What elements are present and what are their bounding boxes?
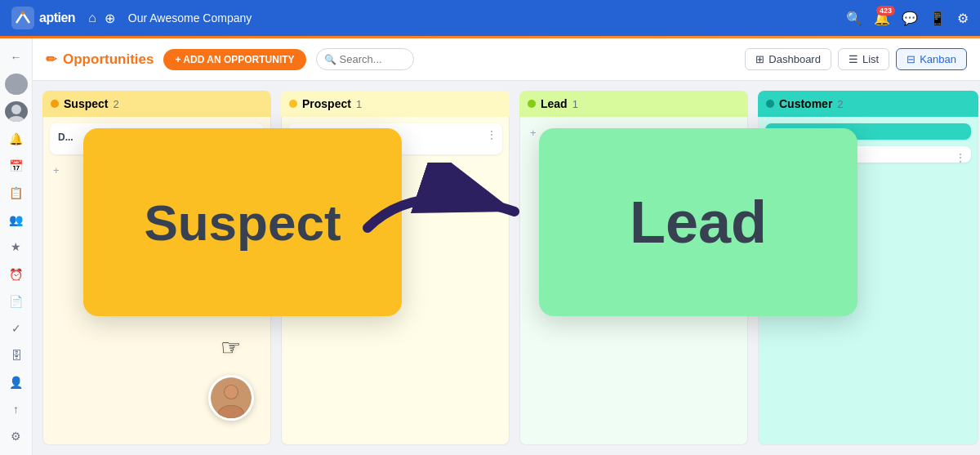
- card-menu-icon[interactable]: ⋮: [955, 151, 966, 164]
- sidebar-document-icon[interactable]: 📄: [3, 289, 29, 313]
- view-switcher: ⊞ Dashboard ☰ List ⊟ Kanban: [745, 48, 967, 70]
- pencil-icon: ✏: [46, 51, 56, 67]
- suspect-dot: [51, 100, 59, 108]
- customer-count: 2: [837, 98, 843, 110]
- kanban-board: Suspect 2 ⋮ D... + Prospect: [33, 81, 980, 455]
- dashboard-icon: ⊞: [755, 53, 764, 65]
- sidebar-bell-icon[interactable]: 🔔: [3, 127, 29, 150]
- main-content: ✏ Opportunities + ADD AN OPPORTUNITY 🔍 ⊞…: [33, 38, 980, 455]
- suspect-col-header: Suspect 2: [42, 91, 271, 117]
- kanban-label: Kanban: [920, 53, 956, 65]
- add-icon-suspect: +: [53, 164, 60, 176]
- dashboard-label: Dashboard: [768, 53, 821, 65]
- list-view-button[interactable]: ☰ List: [838, 48, 889, 70]
- suspect-overlay-box: Suspect: [83, 128, 402, 316]
- notification-badge: 423: [876, 6, 895, 16]
- page-title: ✏ Opportunities: [46, 51, 154, 68]
- top-nav: aptien ⌂ ⊕ Our Awesome Company 🔍 🔔 423 💬…: [0, 0, 980, 36]
- logo[interactable]: aptien: [11, 7, 75, 29]
- settings-icon[interactable]: ⚙: [957, 11, 969, 26]
- sidebar-star-icon[interactable]: ★: [3, 235, 29, 259]
- sidebar-clock-icon[interactable]: ⏰: [3, 262, 29, 286]
- suspect-label: Suspect: [64, 97, 108, 110]
- sidebar-clipboard-icon[interactable]: 📋: [3, 181, 29, 205]
- prospect-col-header: Prospect 1: [281, 91, 510, 117]
- cursor-icon: ☞: [220, 334, 241, 361]
- svg-point-3: [8, 88, 24, 95]
- tablet-icon[interactable]: 📱: [929, 11, 946, 26]
- suspect-count: 2: [113, 98, 118, 110]
- main-layout: ← 🔔 📅 📋 👥 ★ ⏰ 📄 ✓ 🗄 👤 ↑ ⚙ ✏ Opportunitie…: [0, 38, 980, 455]
- lead-overlay-text: Lead: [630, 189, 767, 256]
- suspect-overlay-text: Suspect: [144, 194, 341, 252]
- sidebar-avatar-1[interactable]: [5, 74, 28, 95]
- customer-col-header: Customer 2: [758, 91, 978, 117]
- sidebar-upload-icon[interactable]: ↑: [3, 398, 29, 422]
- sidebar-settings2-icon[interactable]: ⚙: [3, 425, 29, 448]
- dashboard-view-button[interactable]: ⊞ Dashboard: [745, 48, 831, 70]
- search-wrapper: 🔍: [316, 48, 414, 70]
- kanban-view-button[interactable]: ⊟ Kanban: [896, 48, 967, 70]
- svg-point-2: [11, 77, 21, 87]
- sidebar-avatar-2[interactable]: [5, 101, 28, 123]
- lead-col-header: Lead 1: [519, 91, 748, 117]
- search-icon[interactable]: 🔍: [846, 11, 862, 26]
- user-avatar-bottom: [208, 375, 254, 421]
- lead-overlay-box: Lead: [539, 128, 858, 316]
- card-menu-icon[interactable]: ⋮: [486, 128, 497, 141]
- prospect-label: Prospect: [302, 97, 351, 110]
- notifications-icon[interactable]: 🔔 423: [874, 11, 890, 26]
- add-opportunity-button[interactable]: + ADD AN OPPORTUNITY: [163, 49, 305, 70]
- svg-point-5: [8, 116, 24, 123]
- sidebar-database-icon[interactable]: 🗄: [3, 343, 29, 367]
- nav-icons: ⌂ ⊕: [88, 11, 115, 26]
- svg-point-1: [21, 11, 24, 15]
- customer-dot: [766, 100, 774, 108]
- page-title-text: Opportunities: [63, 51, 154, 68]
- chat-icon[interactable]: 💬: [902, 11, 918, 26]
- sidebar-calendar-icon[interactable]: 📅: [3, 154, 29, 177]
- sidebar-back-icon[interactable]: ←: [3, 45, 29, 69]
- sidebar-person-icon[interactable]: 👤: [3, 371, 29, 395]
- search-input-icon: 🔍: [324, 54, 336, 65]
- kanban-icon: ⊟: [906, 53, 915, 65]
- lead-count: 1: [572, 98, 578, 110]
- lead-label: Lead: [541, 97, 568, 110]
- company-name: Our Awesome Company: [128, 11, 252, 25]
- add-icon[interactable]: ⊕: [105, 11, 115, 26]
- list-label: List: [862, 53, 879, 65]
- home-icon[interactable]: ⌂: [88, 11, 96, 25]
- svg-rect-0: [11, 7, 34, 29]
- lead-dot: [528, 100, 536, 108]
- prospect-count: 1: [356, 98, 362, 110]
- left-sidebar: ← 🔔 📅 📋 👥 ★ ⏰ 📄 ✓ 🗄 👤 ↑ ⚙: [0, 38, 33, 455]
- customer-label: Customer: [779, 97, 832, 110]
- nav-right: 🔍 🔔 423 💬 📱 ⚙: [846, 11, 969, 26]
- svg-point-4: [11, 105, 21, 114]
- svg-point-10: [225, 386, 238, 399]
- add-icon-lead: +: [530, 127, 537, 139]
- list-icon: ☰: [849, 53, 858, 65]
- sidebar-users-icon[interactable]: 👥: [3, 208, 29, 232]
- logo-text: aptien: [39, 11, 75, 25]
- sidebar-check-icon[interactable]: ✓: [3, 316, 29, 340]
- prospect-dot: [289, 100, 297, 108]
- header-bar: ✏ Opportunities + ADD AN OPPORTUNITY 🔍 ⊞…: [33, 38, 980, 81]
